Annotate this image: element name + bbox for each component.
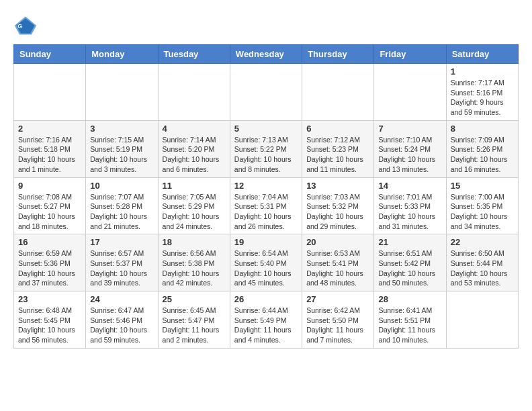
calendar-cell <box>86 64 158 121</box>
day-info: Sunrise: 6:59 AM Sunset: 5:36 PM Dayligh… <box>18 248 81 288</box>
day-info: Sunrise: 7:04 AM Sunset: 5:31 PM Dayligh… <box>234 192 298 232</box>
day-number: 16 <box>18 237 81 247</box>
day-info: Sunrise: 6:47 AM Sunset: 5:46 PM Dayligh… <box>90 306 153 345</box>
calendar-cell: 21Sunrise: 6:51 AM Sunset: 5:42 PM Dayli… <box>374 234 446 291</box>
calendar-header: SundayMondayTuesdayWednesdayThursdayFrid… <box>14 45 519 64</box>
calendar-cell: 27Sunrise: 6:42 AM Sunset: 5:50 PM Dayli… <box>302 291 374 349</box>
day-number: 23 <box>18 294 81 304</box>
day-number: 9 <box>18 181 81 191</box>
day-info: Sunrise: 6:41 AM Sunset: 5:51 PM Dayligh… <box>378 306 441 345</box>
logo-icon: G <box>13 13 38 38</box>
day-number: 10 <box>90 181 153 191</box>
day-info: Sunrise: 7:16 AM Sunset: 5:18 PM Dayligh… <box>18 135 81 175</box>
calendar: SundayMondayTuesdayWednesdayThursdayFrid… <box>13 44 519 349</box>
weekday-header-sunday: Sunday <box>14 45 86 64</box>
day-number: 5 <box>234 124 298 134</box>
weekday-header-thursday: Thursday <box>302 45 374 64</box>
calendar-cell: 13Sunrise: 7:03 AM Sunset: 5:32 PM Dayli… <box>302 177 374 234</box>
day-info: Sunrise: 6:51 AM Sunset: 5:42 PM Dayligh… <box>378 248 441 288</box>
day-info: Sunrise: 7:05 AM Sunset: 5:29 PM Dayligh… <box>163 192 226 232</box>
calendar-cell: 26Sunrise: 6:44 AM Sunset: 5:49 PM Dayli… <box>230 291 302 349</box>
calendar-cell: 25Sunrise: 6:45 AM Sunset: 5:47 PM Dayli… <box>158 291 230 349</box>
weekday-header-friday: Friday <box>374 45 446 64</box>
weekday-header-tuesday: Tuesday <box>158 45 230 64</box>
calendar-cell <box>158 64 230 121</box>
day-number: 17 <box>90 237 153 247</box>
day-info: Sunrise: 7:14 AM Sunset: 5:20 PM Dayligh… <box>163 135 226 175</box>
day-info: Sunrise: 6:53 AM Sunset: 5:41 PM Dayligh… <box>306 248 369 288</box>
weekday-header-wednesday: Wednesday <box>230 45 302 64</box>
day-info: Sunrise: 7:03 AM Sunset: 5:32 PM Dayligh… <box>306 192 369 232</box>
calendar-cell: 6Sunrise: 7:12 AM Sunset: 5:23 PM Daylig… <box>302 120 374 177</box>
day-number: 6 <box>306 124 369 134</box>
day-number: 1 <box>451 66 514 77</box>
calendar-cell <box>302 64 374 121</box>
calendar-cell: 14Sunrise: 7:01 AM Sunset: 5:33 PM Dayli… <box>374 177 446 234</box>
day-info: Sunrise: 7:01 AM Sunset: 5:33 PM Dayligh… <box>378 192 441 232</box>
day-info: Sunrise: 7:15 AM Sunset: 5:19 PM Dayligh… <box>90 135 153 175</box>
calendar-cell: 18Sunrise: 6:56 AM Sunset: 5:38 PM Dayli… <box>158 234 230 291</box>
day-info: Sunrise: 7:13 AM Sunset: 5:22 PM Dayligh… <box>234 135 298 175</box>
day-number: 18 <box>163 237 226 247</box>
day-number: 2 <box>18 124 81 134</box>
day-number: 24 <box>90 294 153 304</box>
day-info: Sunrise: 7:07 AM Sunset: 5:28 PM Dayligh… <box>90 192 153 232</box>
day-info: Sunrise: 7:10 AM Sunset: 5:24 PM Dayligh… <box>378 135 441 175</box>
day-number: 14 <box>378 181 441 191</box>
day-number: 19 <box>234 237 298 247</box>
week-row-1: 1Sunrise: 7:17 AM Sunset: 5:16 PM Daylig… <box>14 64 519 121</box>
week-row-2: 2Sunrise: 7:16 AM Sunset: 5:18 PM Daylig… <box>14 120 519 177</box>
day-info: Sunrise: 7:08 AM Sunset: 5:27 PM Dayligh… <box>18 192 81 232</box>
week-row-5: 23Sunrise: 6:48 AM Sunset: 5:45 PM Dayli… <box>14 291 519 349</box>
calendar-cell: 19Sunrise: 6:54 AM Sunset: 5:40 PM Dayli… <box>230 234 302 291</box>
day-number: 22 <box>451 237 514 247</box>
day-info: Sunrise: 6:57 AM Sunset: 5:37 PM Dayligh… <box>90 248 153 288</box>
day-number: 25 <box>163 294 226 304</box>
day-info: Sunrise: 7:09 AM Sunset: 5:26 PM Dayligh… <box>451 135 514 175</box>
calendar-cell: 1Sunrise: 7:17 AM Sunset: 5:16 PM Daylig… <box>446 64 518 121</box>
calendar-cell: 16Sunrise: 6:59 AM Sunset: 5:36 PM Dayli… <box>14 234 86 291</box>
day-number: 13 <box>306 181 369 191</box>
calendar-cell: 15Sunrise: 7:00 AM Sunset: 5:35 PM Dayli… <box>446 177 518 234</box>
day-info: Sunrise: 7:12 AM Sunset: 5:23 PM Dayligh… <box>306 135 369 175</box>
calendar-cell: 9Sunrise: 7:08 AM Sunset: 5:27 PM Daylig… <box>14 177 86 234</box>
calendar-cell <box>14 64 86 121</box>
svg-text:G: G <box>17 23 22 30</box>
calendar-cell: 20Sunrise: 6:53 AM Sunset: 5:41 PM Dayli… <box>302 234 374 291</box>
day-number: 12 <box>234 181 298 191</box>
calendar-cell: 23Sunrise: 6:48 AM Sunset: 5:45 PM Dayli… <box>14 291 86 349</box>
calendar-cell: 17Sunrise: 6:57 AM Sunset: 5:37 PM Dayli… <box>86 234 158 291</box>
day-number: 21 <box>378 237 441 247</box>
day-number: 4 <box>163 124 226 134</box>
calendar-cell: 10Sunrise: 7:07 AM Sunset: 5:28 PM Dayli… <box>86 177 158 234</box>
day-number: 27 <box>306 294 369 304</box>
calendar-cell: 7Sunrise: 7:10 AM Sunset: 5:24 PM Daylig… <box>374 120 446 177</box>
calendar-cell: 2Sunrise: 7:16 AM Sunset: 5:18 PM Daylig… <box>14 120 86 177</box>
weekday-header-row: SundayMondayTuesdayWednesdayThursdayFrid… <box>14 45 519 64</box>
calendar-cell <box>374 64 446 121</box>
calendar-cell: 8Sunrise: 7:09 AM Sunset: 5:26 PM Daylig… <box>446 120 518 177</box>
day-info: Sunrise: 6:54 AM Sunset: 5:40 PM Dayligh… <box>234 248 298 288</box>
day-number: 8 <box>451 124 514 134</box>
day-info: Sunrise: 7:00 AM Sunset: 5:35 PM Dayligh… <box>451 192 514 232</box>
calendar-cell <box>230 64 302 121</box>
day-info: Sunrise: 6:48 AM Sunset: 5:45 PM Dayligh… <box>18 306 81 345</box>
calendar-cell: 11Sunrise: 7:05 AM Sunset: 5:29 PM Dayli… <box>158 177 230 234</box>
weekday-header-monday: Monday <box>86 45 158 64</box>
day-info: Sunrise: 7:17 AM Sunset: 5:16 PM Dayligh… <box>451 78 514 118</box>
day-info: Sunrise: 6:45 AM Sunset: 5:47 PM Dayligh… <box>163 306 226 345</box>
day-number: 28 <box>378 294 441 304</box>
day-number: 3 <box>90 124 153 134</box>
logo: G <box>13 13 42 38</box>
day-number: 11 <box>163 181 226 191</box>
calendar-body: 1Sunrise: 7:17 AM Sunset: 5:16 PM Daylig… <box>14 64 519 349</box>
day-info: Sunrise: 6:50 AM Sunset: 5:44 PM Dayligh… <box>451 248 514 288</box>
calendar-cell: 22Sunrise: 6:50 AM Sunset: 5:44 PM Dayli… <box>446 234 518 291</box>
day-info: Sunrise: 6:42 AM Sunset: 5:50 PM Dayligh… <box>306 306 369 345</box>
calendar-cell: 24Sunrise: 6:47 AM Sunset: 5:46 PM Dayli… <box>86 291 158 349</box>
calendar-cell: 3Sunrise: 7:15 AM Sunset: 5:19 PM Daylig… <box>86 120 158 177</box>
calendar-cell: 5Sunrise: 7:13 AM Sunset: 5:22 PM Daylig… <box>230 120 302 177</box>
day-number: 20 <box>306 237 369 247</box>
day-info: Sunrise: 6:44 AM Sunset: 5:49 PM Dayligh… <box>234 306 298 345</box>
calendar-cell: 12Sunrise: 7:04 AM Sunset: 5:31 PM Dayli… <box>230 177 302 234</box>
